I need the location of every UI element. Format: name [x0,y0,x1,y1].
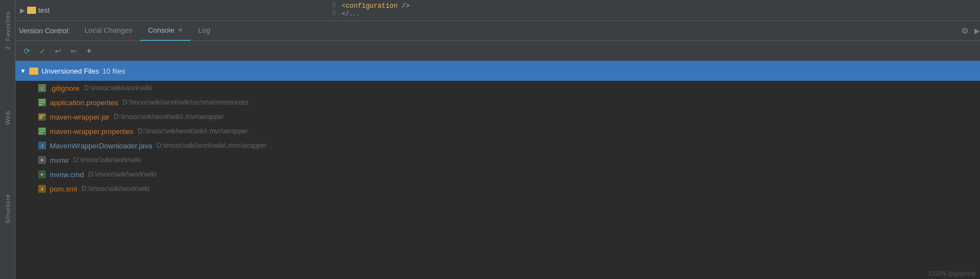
filepath-maven-wrapper-jar: D:\imooc\wiki\work\wiki\.mvn\wrapper [114,113,224,121]
structure-label: Structure [4,194,11,224]
line-number-6: 6 [332,10,336,18]
panel-resize-handle[interactable]: ▶ [974,27,980,35]
maven-wrapper-properties-icon [38,127,47,136]
list-item[interactable]: J MavenWrapperDownloader.java D:\imooc\w… [16,138,980,153]
filepath-maven-downloader: D:\imooc\wiki\work\wiki\.mvn\wrapper [157,142,267,149]
file-list-area[interactable]: ▼ Unversioned Files 10 files g .gitignor… [16,61,980,279]
unversioned-files-header[interactable]: ▼ Unversioned Files 10 files [16,61,980,81]
filepath-maven-wrapper-props: D:\imooc\wiki\work\wiki\.mvn\wrapper [138,127,248,135]
filename-maven-downloader: MavenWrapperDownloader.java [50,142,152,150]
favorites-label: 2: Favorites [4,11,11,49]
tab-local-changes-label: Local Changes [85,26,133,34]
unversioned-title: Unversioned Files [42,67,99,75]
update-button[interactable]: ⇐ [66,44,81,58]
tab-log-label: Log [198,26,210,34]
list-item[interactable]: X pom.xml D:\imooc\wiki\work\wiki [16,182,980,196]
maven-wrapper-downloader-icon: J [38,141,47,150]
list-item[interactable]: application.properties D:\imooc\wiki\wor… [16,95,980,110]
filepath-mvnw-cmd: D:\imooc\wiki\work\wiki [88,170,156,178]
code-line-1: <configuration /> [342,2,409,10]
add-button[interactable]: ✦ [82,44,96,58]
filename-app-props: application.properties [50,99,118,107]
tab-console-close[interactable]: ✕ [178,27,183,34]
list-item[interactable]: ▶ mvnw D:\imooc\wiki\work\wiki [16,153,980,167]
tab-log[interactable]: Log [190,21,218,41]
refresh-button[interactable]: ⟳ [20,44,34,58]
filename-mvnw-cmd: mvnw.cmd [50,170,84,179]
filepath-mvnw: D:\imooc\wiki\work\wiki [73,156,141,164]
filepath-gitignore: D:\imooc\wiki\work\wiki [84,84,152,92]
filename-mvnw: mvnw [50,156,69,164]
code-line-2: </... [342,10,409,18]
vc-tab-bar: Version Control: Local Changes Console ✕… [16,21,980,41]
vc-toolbar: ⟳ ✓ ↩ ⇐ ✦ [16,41,980,61]
maven-wrapper-jar-icon [38,112,47,121]
rollback-button[interactable]: ↩ [51,44,65,58]
mvnw-icon: ▶ [38,156,47,164]
gitignore-icon: g [38,84,47,92]
line-number-5: 5 [332,2,336,10]
tab-console-label: Console [148,26,174,34]
vc-label: Version Control: [19,27,70,35]
unversioned-folder-icon [29,68,38,75]
filename-maven-wrapper-jar: maven-wrapper.jar [50,113,110,121]
tab-console[interactable]: Console ✕ [140,21,190,41]
breadcrumb-label: test [38,6,50,14]
application-properties-icon [38,98,47,107]
code-top-bar: ▶ test 5 6 <configuration /> </... [16,0,980,21]
filepath-app-props: D:\imooc\wiki\work\wiki\src\main\resourc… [123,99,249,106]
filename-pom-xml: pom.xml [50,185,77,193]
left-sidebar: 2: Favorites Web Structure [0,0,16,279]
settings-icon[interactable]: ⚙ [957,23,972,39]
expand-icon: ▼ [20,68,26,74]
filename-gitignore: .gitignore [50,84,79,92]
unversioned-count: 10 files [102,67,125,75]
watermark: CSDN @gujunhe [929,270,976,277]
folder-icon [27,7,36,14]
mvnw-cmd-icon: ▶ [38,170,47,179]
commit-button[interactable]: ✓ [35,44,50,58]
list-item[interactable]: maven-wrapper.properties D:\imooc\wiki\w… [16,124,980,138]
xml-tag: configuration [345,2,398,10]
filename-maven-wrapper-props: maven-wrapper.properties [50,127,133,136]
list-item[interactable]: ▶ mvnw.cmd D:\imooc\wiki\work\wiki [16,167,980,182]
web-label: Web [4,111,11,125]
pom-xml-icon: X [38,184,47,193]
list-item[interactable]: maven-wrapper.jar D:\imooc\wiki\work\wik… [16,110,980,124]
filepath-pom-xml: D:\imooc\wiki\work\wiki [81,185,149,193]
breadcrumb-arrow: ▶ [20,7,25,14]
list-item[interactable]: g .gitignore D:\imooc\wiki\work\wiki [16,81,980,95]
tab-local-changes[interactable]: Local Changes [77,21,141,41]
main-content: ▶ test 5 6 <configuration /> </... Versi… [16,0,980,279]
